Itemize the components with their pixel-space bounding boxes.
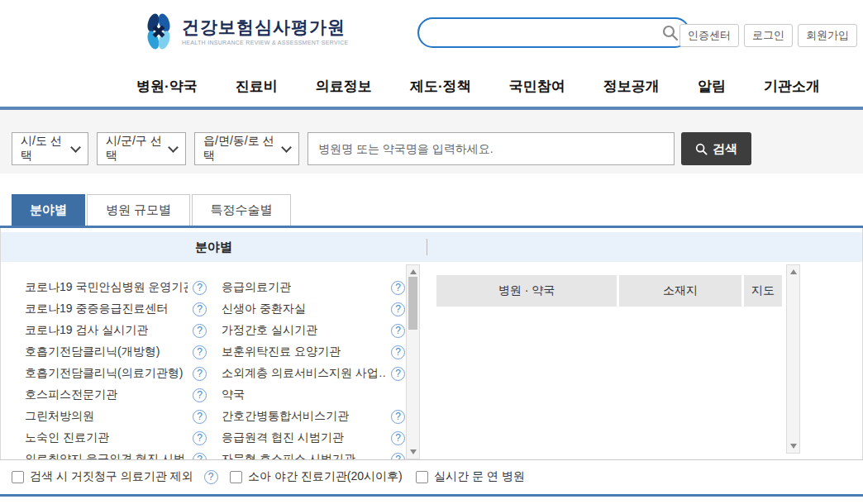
help-icon[interactable]: ? bbox=[193, 453, 207, 460]
region-select-dropdown-3[interactable]: 읍/면/동/로 선택 bbox=[194, 132, 299, 165]
nav-item-4[interactable]: 제도·정책 bbox=[410, 77, 471, 96]
category-link[interactable]: 코로나19 중증응급진료센터 bbox=[25, 302, 168, 316]
nav-item-6[interactable]: 정보공개 bbox=[603, 77, 660, 96]
chevron-down-icon bbox=[281, 142, 292, 153]
category-link[interactable]: 응급원격 협진 시범기관 bbox=[222, 430, 344, 445]
keyword-search-box bbox=[308, 132, 675, 165]
category-link[interactable]: 코로나19 국민안심병원 운영기관 bbox=[25, 280, 188, 295]
checkbox-icon[interactable] bbox=[416, 471, 428, 483]
category-item: 약국 bbox=[222, 384, 405, 406]
help-icon[interactable]: ? bbox=[193, 431, 207, 445]
help-icon[interactable]: ? bbox=[391, 453, 405, 460]
help-icon[interactable]: ? bbox=[391, 281, 405, 295]
region-select-dropdown-1[interactable]: 시/도 선택 bbox=[12, 132, 88, 165]
tab-2[interactable]: 병원 규모별 bbox=[87, 194, 190, 226]
results-column-header-3: 지도 bbox=[744, 275, 782, 307]
category-item: 응급의료기관? bbox=[222, 277, 405, 298]
category-link[interactable]: 가정간호 실시기관 bbox=[222, 323, 317, 338]
nav-item-1[interactable]: 병원·약국 bbox=[136, 77, 198, 96]
tab-1[interactable]: 분야별 bbox=[12, 194, 85, 226]
category-item: 자문형 호스피스 시범기관? bbox=[222, 449, 405, 459]
nav-item-5[interactable]: 국민참여 bbox=[509, 77, 565, 96]
help-icon[interactable]: ? bbox=[193, 388, 207, 402]
search-button[interactable]: 검색 bbox=[681, 132, 751, 165]
help-icon[interactable]: ? bbox=[391, 302, 405, 316]
content-area: 코로나19 국민안심병원 운영기관?코로나19 중증응급진료센터?코로나19 검… bbox=[1, 262, 862, 459]
category-link[interactable]: 약국 bbox=[222, 388, 245, 402]
utility-button-1[interactable]: 인증센터 bbox=[679, 24, 739, 47]
scroll-down-arrow-icon[interactable] bbox=[790, 444, 797, 449]
site-header: 건강보험심사평가원 HEALTH INSURANCE REVIEW & ASSE… bbox=[0, 0, 863, 66]
panel-header-divider bbox=[427, 239, 427, 255]
category-link[interactable]: 호흡기전담클리닉(의료기관형) bbox=[25, 366, 183, 381]
search-icon bbox=[695, 143, 708, 155]
category-column-2: 응급의료기관?신생아 중환자실?가정간호 실시기관?보훈위탁진료 요양기관?소외… bbox=[222, 277, 405, 459]
region-select-dropdown-2[interactable]: 시/군/구 선택 bbox=[97, 132, 186, 165]
region-selects: 시/도 선택시/군/구 선택읍/면/동/로 선택 bbox=[12, 132, 299, 165]
checkbox-icon[interactable] bbox=[230, 471, 242, 483]
help-icon[interactable]: ? bbox=[391, 431, 405, 445]
footer-filter-checkbox-1[interactable]: 검색 시 거짓청구 의료기관 제외? bbox=[12, 469, 218, 484]
tab-3[interactable]: 특정수술별 bbox=[192, 194, 291, 226]
chevron-down-icon bbox=[70, 142, 81, 153]
category-link[interactable]: 보훈위탁진료 요양기관 bbox=[222, 345, 341, 359]
nav-item-7[interactable]: 알림 bbox=[698, 77, 726, 96]
help-icon[interactable]: ? bbox=[193, 410, 207, 424]
help-icon[interactable]: ? bbox=[391, 324, 405, 338]
category-link[interactable]: 신생아 중환자실 bbox=[222, 302, 306, 316]
results-scrollbar[interactable] bbox=[786, 264, 800, 454]
search-button-label: 검색 bbox=[713, 141, 737, 157]
footer-filter-checkbox-3[interactable]: 실시간 문 연 병원 bbox=[416, 469, 525, 484]
category-item: 노숙인 진료기관? bbox=[25, 427, 207, 449]
category-link[interactable]: 코로나19 검사 실시기관 bbox=[25, 323, 148, 338]
help-icon[interactable]: ? bbox=[193, 302, 207, 316]
category-link[interactable]: 호스피스전문기관 bbox=[25, 388, 117, 402]
category-list-scrollbar[interactable] bbox=[406, 264, 420, 459]
help-icon[interactable]: ? bbox=[391, 367, 405, 381]
category-link[interactable]: 호흡기전담클리닉(개방형) bbox=[25, 345, 160, 359]
search-icon[interactable] bbox=[661, 24, 679, 42]
logo-subtitle: HEALTH INSURANCE REVIEW & ASSESSMENT SER… bbox=[182, 40, 348, 45]
region-select-value: 시/군/구 선택 bbox=[106, 134, 164, 164]
nav-item-8[interactable]: 기관소개 bbox=[764, 77, 820, 96]
scroll-up-arrow-icon[interactable] bbox=[410, 269, 417, 274]
utility-buttons: 인증센터로그인회원가입 bbox=[679, 24, 857, 47]
category-link[interactable]: 자문형 호스피스 시범기관 bbox=[222, 452, 355, 459]
panel-title: 분야별 bbox=[1, 232, 427, 262]
category-tabs: 분야별병원 규모별특정수술별 bbox=[12, 194, 291, 226]
category-item: 코로나19 검사 실시기관? bbox=[25, 320, 207, 341]
utility-button-3[interactable]: 회원가입 bbox=[798, 24, 857, 47]
footer-filter-checkbox-2[interactable]: 소아 야간 진료기관(20시이후) bbox=[230, 469, 403, 484]
category-link[interactable]: 간호간병통합서비스기관 bbox=[222, 409, 349, 424]
scroll-up-arrow-icon[interactable] bbox=[790, 269, 797, 274]
category-link[interactable]: 응급의료기관 bbox=[222, 280, 291, 295]
help-icon[interactable]: ? bbox=[204, 470, 218, 484]
nav-item-2[interactable]: 진료비 bbox=[236, 77, 278, 96]
footer-filter-bar: 검색 시 거짓청구 의료기관 제외?소아 야간 진료기관(20시이후)실시간 문… bbox=[0, 460, 863, 494]
nav-item-3[interactable]: 의료정보 bbox=[316, 77, 372, 96]
global-search-box bbox=[417, 17, 690, 48]
utility-button-2[interactable]: 로그인 bbox=[744, 24, 793, 47]
checkbox-icon[interactable] bbox=[12, 471, 24, 483]
category-item: 의료취약지 응급의견 협진 시범? bbox=[25, 449, 207, 459]
help-icon[interactable]: ? bbox=[193, 324, 207, 338]
hira-logo-icon bbox=[143, 12, 174, 50]
checkbox-label: 소아 야간 진료기관(20시이후) bbox=[248, 469, 403, 484]
category-item: 가정간호 실시기관? bbox=[222, 320, 405, 341]
keyword-input[interactable] bbox=[308, 133, 674, 164]
help-icon[interactable]: ? bbox=[391, 410, 405, 424]
help-icon[interactable]: ? bbox=[193, 345, 207, 359]
help-icon[interactable]: ? bbox=[391, 345, 405, 359]
category-link[interactable]: 그린처방의원 bbox=[25, 409, 94, 424]
scrollbar-thumb[interactable] bbox=[408, 277, 417, 330]
help-icon[interactable]: ? bbox=[193, 367, 207, 381]
category-link[interactable]: 의료취약지 응급의견 협진 시범 bbox=[25, 452, 185, 459]
category-link[interactable]: 소외계층 의료서비스지원 사업… bbox=[222, 366, 386, 381]
site-logo[interactable]: 건강보험심사평가원 HEALTH INSURANCE REVIEW & ASSE… bbox=[143, 12, 348, 50]
category-item: 신생아 중환자실? bbox=[222, 298, 405, 320]
category-item: 호흡기전담클리닉(의료기관형)? bbox=[25, 363, 207, 384]
scroll-down-arrow-icon[interactable] bbox=[410, 449, 417, 454]
help-icon[interactable]: ? bbox=[193, 281, 207, 295]
global-search-input[interactable] bbox=[432, 22, 651, 45]
category-link[interactable]: 노숙인 진료기관 bbox=[25, 430, 109, 445]
